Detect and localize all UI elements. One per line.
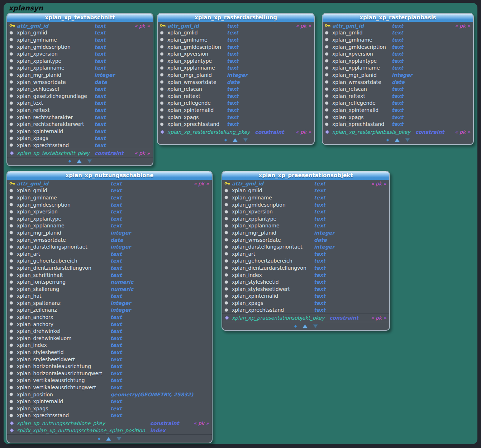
column-row[interactable]: xplan_gmlnametext (323, 36, 473, 43)
column-row[interactable]: xplan_dientzurdarstellungvontext (7, 264, 212, 272)
column-row[interactable]: xplan_xpversiontext (222, 208, 389, 215)
column-row[interactable]: xplan_horizontaleausrichtungwerttext (7, 370, 212, 377)
column-row[interactable]: xplan_gesetzlichegrundlagetext (7, 93, 153, 100)
column-row[interactable]: xplan_wmssortdatedate (158, 79, 314, 86)
column-row[interactable]: xplan_mgr_planidinteger (7, 229, 212, 236)
diamond-icon[interactable] (97, 437, 101, 441)
column-row[interactable]: xplan_wmssortdatedate (323, 79, 473, 86)
column-row[interactable]: xplan_xprechtsstandtext (323, 121, 473, 128)
er-diagram-canvas[interactable]: xplansyn xplan_xp_textabschnitt attr_gml… (4, 3, 477, 444)
column-row[interactable]: xplan_drehwinkeluomtext (7, 335, 212, 342)
column-row[interactable]: xplan_xpinternalidtext (222, 293, 389, 300)
column-row[interactable]: xplan_mgr_planidinteger (158, 71, 314, 79)
table-header[interactable]: xplan_xp_rasterplanbasis (323, 14, 473, 22)
triangle-down-icon[interactable] (116, 437, 122, 441)
column-row[interactable]: xplan_xprechtsstandtext (7, 142, 153, 149)
column-row[interactable]: xplan_zeilenanzinteger (7, 307, 212, 314)
column-row[interactable]: attr_gml_idtext« pk » (323, 22, 473, 29)
column-row[interactable]: xplan_xpversiontext (7, 50, 153, 57)
triangle-up-icon[interactable] (394, 138, 400, 142)
column-row[interactable]: xplan_anchorytext (7, 321, 212, 328)
column-row[interactable]: xplan_gmlidtext (222, 187, 389, 194)
column-row[interactable]: xplan_xpagstext (222, 300, 389, 307)
triangle-down-icon[interactable] (87, 159, 92, 164)
column-row[interactable]: xplan_drehwinkeltext (7, 327, 212, 335)
column-row[interactable]: xplan_xprechtsstandtext (7, 412, 212, 419)
column-row[interactable]: xplan_texttext (7, 100, 153, 107)
diamond-icon[interactable] (224, 138, 228, 142)
column-row[interactable]: xplan_xpagstext (158, 114, 314, 121)
column-row[interactable]: xplan_gmlidtext (7, 187, 212, 194)
table-header[interactable]: xplan_xp_nutzungsschablone (7, 171, 212, 180)
column-row[interactable]: attr_gml_idtext« pk » (7, 180, 212, 187)
column-row[interactable]: xplan_stylesheetidtext (7, 349, 212, 356)
column-row[interactable]: xplan_arttext (7, 250, 212, 258)
table-header[interactable]: xplan_xp_praesentationsobjekt (222, 171, 389, 180)
column-row[interactable]: xplan_reflegendetext (158, 100, 314, 107)
column-row[interactable]: xplan_positiongeometry(GEOMETRY, 25832) (7, 391, 212, 398)
column-row[interactable]: xplan_xpplannametext (158, 65, 314, 72)
column-row[interactable]: xplan_reftexttext (7, 107, 153, 114)
triangle-up-icon[interactable] (302, 324, 308, 329)
column-row[interactable]: xplan_arttext (222, 250, 389, 258)
column-row[interactable]: xplan_xpplantypetext (7, 57, 153, 65)
triangle-up-icon[interactable] (76, 159, 82, 164)
column-row[interactable]: attr_gml_idtext« pk » (158, 22, 314, 29)
column-row[interactable]: xplan_xpversiontext (323, 50, 473, 57)
column-row[interactable]: xplan_gmldescriptiontext (323, 43, 473, 51)
diamond-icon[interactable] (386, 138, 390, 142)
column-row[interactable]: xplan_xpagstext (7, 405, 212, 412)
column-row[interactable]: xplan_skalierungnumeric (7, 286, 212, 293)
table-header[interactable]: xplan_xp_rasterdarstellung (158, 14, 314, 22)
column-row[interactable]: xplan_dientzurdarstellungvontext (222, 264, 389, 272)
column-row[interactable]: xplan_xpplannametext (7, 65, 153, 72)
entity-table-nutzungsschablone[interactable]: xplan_xp_nutzungsschablone attr_gml_idte… (6, 171, 213, 443)
column-row[interactable]: xplan_indextext (222, 272, 389, 279)
column-row[interactable]: xplan_rechtscharakterwerttext (7, 121, 153, 128)
column-row[interactable]: xplan_reftexttext (158, 93, 314, 100)
entity-table-praesentationsobjekt[interactable]: xplan_xp_praesentationsobjekt attr_gml_i… (222, 171, 390, 331)
column-row[interactable]: xplan_gmldescriptiontext (7, 201, 212, 208)
column-row[interactable]: xplan_xpagstext (323, 114, 473, 121)
diamond-icon[interactable] (68, 159, 72, 163)
column-row[interactable]: xplan_gmldescriptiontext (158, 43, 314, 51)
column-row[interactable]: xplan_fontsperrungnumeric (7, 278, 212, 286)
column-row[interactable]: xplan_vertikaleausrichtungwerttext (7, 384, 212, 391)
triangle-down-icon[interactable] (405, 138, 410, 142)
column-row[interactable]: xplan_wmssortdatedate (222, 236, 389, 244)
column-row[interactable]: xplan_indextext (7, 342, 212, 349)
column-row[interactable]: xplan_gmldescriptiontext (222, 201, 389, 208)
column-row[interactable]: xplan_gmlnametext (7, 194, 212, 201)
column-row[interactable]: xplan_gmlidtext (158, 29, 314, 37)
column-row[interactable]: xplan_xpplantypetext (158, 57, 314, 65)
column-row[interactable]: xplan_vertikaleausrichtungtext (7, 377, 212, 384)
triangle-down-icon[interactable] (313, 324, 318, 329)
column-row[interactable]: xplan_xpinternalidtext (7, 128, 153, 135)
column-row[interactable]: xplan_gehoertzubereichtext (7, 258, 212, 265)
entity-table-rasterdarstellung[interactable]: xplan_xp_rasterdarstellung attr_gml_idte… (157, 13, 315, 145)
column-row[interactable]: attr_gml_idtext« pk » (7, 22, 153, 29)
column-row[interactable]: xplan_gehoertzubereichtext (222, 258, 389, 265)
column-row[interactable]: xplan_xprechtsstandtext (158, 121, 314, 128)
column-row[interactable]: xplan_xpinternalidtext (7, 398, 212, 405)
entity-table-textabschnitt[interactable]: xplan_xp_textabschnitt attr_gml_idtext« … (6, 13, 153, 166)
column-row[interactable]: xplan_gmlidtext (7, 29, 153, 37)
column-row[interactable]: xplan_darstellungsprioritaetinteger (7, 243, 212, 250)
column-row[interactable]: xplan_gmlnametext (222, 194, 389, 201)
column-row[interactable]: xplan_rechtscharaktertext (7, 114, 153, 121)
column-row[interactable]: xplan_reflegendetext (323, 100, 473, 107)
column-row[interactable]: xplan_xpinternalidtext (323, 107, 473, 114)
column-row[interactable]: xplan_xpagstext (7, 135, 153, 142)
triangle-up-icon[interactable] (106, 437, 111, 441)
column-row[interactable]: xplan_hattext (7, 293, 212, 300)
column-row[interactable]: xplan_xpversiontext (7, 208, 212, 215)
column-row[interactable]: xplan_mgr_planidinteger (222, 229, 389, 236)
column-row[interactable]: attr_gml_idtext« pk » (222, 180, 389, 187)
diamond-icon[interactable] (294, 324, 297, 328)
column-row[interactable]: xplan_darstellungsprioritaetinteger (222, 243, 389, 250)
entity-table-rasterplanbasis[interactable]: xplan_xp_rasterplanbasis attr_gml_idtext… (322, 13, 474, 145)
column-row[interactable]: xplan_xpplantypetext (222, 215, 389, 222)
column-row[interactable]: xplan_mgr_planidinteger (7, 71, 153, 79)
column-row[interactable]: xplan_mgr_planidinteger (323, 71, 473, 79)
column-row[interactable]: xplan_reftexttext (323, 93, 473, 100)
